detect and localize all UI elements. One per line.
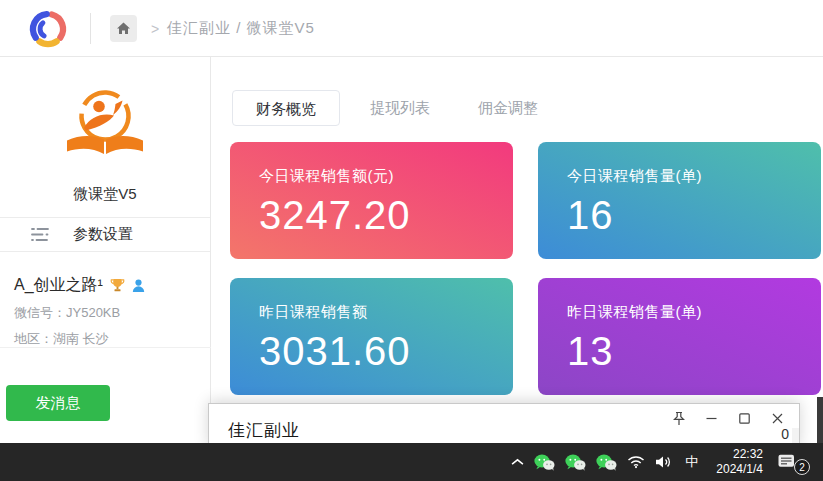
maximize-icon <box>739 413 750 424</box>
window-controls <box>662 407 794 429</box>
stat-label: 今日课程销售额(元) <box>259 167 513 186</box>
tab-bar: 财务概览 提现列表 佣金调整 <box>232 90 568 126</box>
user-name: A_创业之路¹ <box>14 275 103 296</box>
list-icon <box>30 227 50 242</box>
stat-card-yesterday-sales-count: 昨日课程销售量(单) 13 <box>538 278 821 395</box>
user-region: 地区：湖南 长沙 <box>14 330 202 348</box>
tab-withdraw-list[interactable]: 提现列表 <box>352 90 448 126</box>
stat-label: 昨日课程销售额 <box>259 303 513 322</box>
stat-label: 今日课程销售量(单) <box>567 167 821 186</box>
background-window-edge <box>817 397 823 444</box>
sidebar-item-settings[interactable]: 参数设置 <box>0 217 210 252</box>
close-button[interactable] <box>761 407 794 429</box>
wechat-tray-icon-3[interactable] <box>596 443 617 481</box>
stat-value: 3247.20 <box>259 193 513 238</box>
volume-button[interactable] <box>655 443 672 481</box>
stat-label: 昨日课程销售量(单) <box>567 303 821 322</box>
brand-swirl-logo <box>25 6 71 56</box>
notification-center-button[interactable]: 2 <box>778 443 810 481</box>
minimize-icon <box>706 413 717 424</box>
person-icon <box>132 279 145 292</box>
sidebar: 微课堂V5 参数设置 A_创业之路¹ <box>0 57 211 481</box>
home-button[interactable] <box>110 15 137 42</box>
taskbar: 中 22:32 2024/1/4 2 <box>0 443 823 481</box>
divider <box>90 13 91 44</box>
stat-card-today-sales-count: 今日课程销售量(单) 16 <box>538 142 821 259</box>
wechat-icon <box>596 454 617 471</box>
wechat-tray-icon-2[interactable] <box>565 443 586 481</box>
network-button[interactable] <box>627 443 645 481</box>
user-wechat-id: 微信号：JY520KB <box>14 304 202 322</box>
stat-value: 16 <box>567 193 821 238</box>
stat-value: 13 <box>567 329 821 374</box>
stat-card-grid: 今日课程销售额(元) 3247.20 今日课程销售量(单) 16 昨日课程销售额… <box>230 142 821 395</box>
notification-icon <box>778 454 795 469</box>
wechat-icon <box>534 454 555 471</box>
wechat-icon <box>565 454 586 471</box>
top-header: > 佳汇副业 / 微课堂V5 <box>0 0 823 57</box>
stat-card-yesterday-sales-amount: 昨日课程销售额 3031.60 <box>230 278 513 395</box>
show-hidden-icons-button[interactable] <box>511 443 524 481</box>
screen: > 佳汇副业 / 微课堂V5 微课堂V5 参数设置 <box>0 0 823 481</box>
breadcrumb[interactable]: 佳汇副业 / 微课堂V5 <box>167 0 315 57</box>
stat-card-today-sales-amount: 今日课程销售额(元) 3247.20 <box>230 142 513 259</box>
volume-icon <box>655 455 672 469</box>
pin-icon <box>672 411 686 426</box>
pin-button[interactable] <box>662 407 695 429</box>
minimize-button[interactable] <box>695 407 728 429</box>
tab-commission-adjust[interactable]: 佣金调整 <box>460 90 556 126</box>
breadcrumb-chevron-icon: > <box>151 0 159 57</box>
taskbar-time: 22:32 <box>716 447 763 462</box>
divider <box>0 347 211 348</box>
stat-value: 3031.60 <box>259 329 513 374</box>
wechat-tray-icon-1[interactable] <box>534 443 555 481</box>
trophy-icon <box>110 278 125 293</box>
sidebar-item-label: 参数设置 <box>73 225 133 244</box>
maximize-button[interactable] <box>728 407 761 429</box>
window-partial-text: 0 <box>781 426 789 442</box>
close-icon <box>772 413 783 424</box>
home-icon <box>116 21 131 36</box>
user-info: A_创业之路¹ 微信号：JY520KB 地区：湖南 长沙 <box>14 275 202 348</box>
send-message-button[interactable]: 发消息 <box>6 385 110 421</box>
taskbar-date: 2024/1/4 <box>716 462 763 477</box>
taskbar-clock[interactable]: 22:32 2024/1/4 <box>711 447 768 477</box>
tab-finance-overview[interactable]: 财务概览 <box>232 90 340 126</box>
app-name: 微课堂V5 <box>0 185 210 204</box>
wifi-icon <box>627 455 645 469</box>
window-title: 佳汇副业 <box>228 419 300 442</box>
chevron-up-icon <box>511 458 524 466</box>
ime-indicator[interactable]: 中 <box>682 443 701 481</box>
org-logo <box>60 85 150 167</box>
notification-badge: 2 <box>794 459 810 475</box>
